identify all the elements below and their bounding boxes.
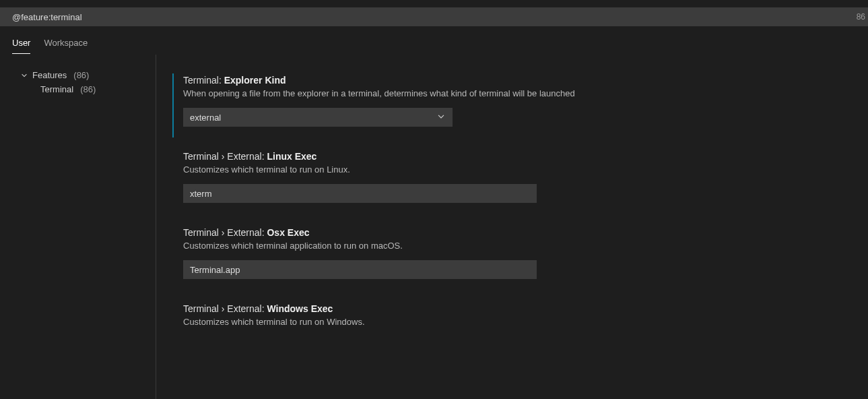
setting-title: Terminal: Explorer Kind	[183, 75, 855, 86]
setting-title: Terminal › External: Windows Exec	[183, 303, 855, 314]
tree-item-features[interactable]: Features (86)	[0, 68, 156, 82]
settings-tree: Features (86) Terminal (86)	[0, 55, 156, 399]
settings-search-input[interactable]	[0, 7, 857, 26]
tree-label: Features	[32, 70, 67, 80]
setting-explorer-kind: Terminal: Explorer Kind When opening a f…	[156, 68, 868, 144]
tab-workspace[interactable]: Workspace	[44, 38, 88, 54]
chevron-down-icon	[436, 112, 446, 123]
settings-list: Terminal: Explorer Kind When opening a f…	[156, 55, 868, 399]
tab-user[interactable]: User	[12, 38, 30, 54]
select-value: external	[190, 113, 221, 123]
linux-exec-input[interactable]	[183, 184, 537, 203]
settings-search-bar[interactable]: 86	[0, 7, 868, 26]
setting-title: Terminal › External: Linux Exec	[183, 151, 855, 162]
tree-label: Terminal	[40, 84, 73, 94]
settings-scope-tabs: User Workspace	[0, 26, 868, 55]
setting-description: When opening a file from the explorer in…	[183, 88, 855, 98]
tree-count: (86)	[80, 84, 96, 94]
search-result-count: 86	[857, 12, 868, 22]
setting-osx-exec: Terminal › External: Osx Exec Customizes…	[156, 220, 868, 297]
setting-description: Customizes which terminal application to…	[183, 241, 855, 251]
osx-exec-input[interactable]	[183, 260, 537, 279]
setting-description: Customizes which terminal to run on Wind…	[183, 317, 855, 327]
setting-description: Customizes which terminal to run on Linu…	[183, 164, 855, 175]
setting-title: Terminal › External: Osx Exec	[183, 227, 855, 238]
setting-linux-exec: Terminal › External: Linux Exec Customiz…	[156, 144, 868, 220]
explorer-kind-select[interactable]: external	[183, 108, 453, 127]
tree-count: (86)	[73, 70, 89, 80]
chevron-down-icon	[20, 71, 28, 80]
setting-windows-exec: Terminal › External: Windows Exec Custom…	[156, 297, 868, 354]
tree-item-terminal[interactable]: Terminal (86)	[0, 82, 156, 96]
